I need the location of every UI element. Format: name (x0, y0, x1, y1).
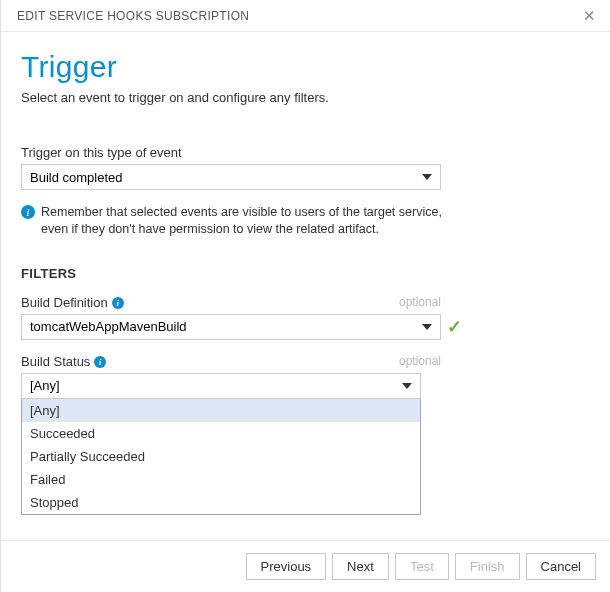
info-icon: i (21, 205, 35, 219)
previous-button[interactable]: Previous (246, 553, 327, 580)
build-status-options: [Any] Succeeded Partially Succeeded Fail… (21, 399, 421, 515)
info-text: Remember that selected events are visibl… (41, 204, 461, 238)
build-definition-value: tomcatWebAppMavenBuild (30, 319, 187, 334)
test-button: Test (395, 553, 449, 580)
event-type-dropdown[interactable]: Build completed (21, 164, 441, 190)
titlebar: EDIT SERVICE HOOKS SUBSCRIPTION ✕ (1, 0, 610, 32)
info-icon[interactable]: i (112, 297, 124, 309)
event-type-label-text: Trigger on this type of event (21, 145, 182, 160)
chevron-down-icon (402, 383, 412, 389)
filters-header: FILTERS (21, 266, 590, 281)
info-message: i Remember that selected events are visi… (21, 204, 461, 238)
dropdown-option-any[interactable]: [Any] (22, 399, 420, 422)
build-status-dropdown[interactable]: [Any] (21, 373, 421, 399)
finish-button: Finish (455, 553, 520, 580)
dropdown-option-succeeded[interactable]: Succeeded (22, 422, 420, 445)
dropdown-option-stopped[interactable]: Stopped (22, 491, 420, 514)
page-subtitle: Select an event to trigger on and config… (21, 90, 590, 105)
filter-build-definition: Build Definition i optional tomcatWebApp… (21, 295, 465, 340)
dropdown-option-failed[interactable]: Failed (22, 468, 420, 491)
cancel-button[interactable]: Cancel (526, 553, 596, 580)
build-status-label: Build Status (21, 354, 90, 369)
next-button[interactable]: Next (332, 553, 389, 580)
page-title: Trigger (21, 50, 590, 84)
info-icon[interactable]: i (94, 356, 106, 368)
check-icon: ✓ (447, 318, 462, 336)
dialog-title: EDIT SERVICE HOOKS SUBSCRIPTION (17, 9, 249, 23)
event-type-label: Trigger on this type of event (21, 145, 590, 160)
optional-label: optional (399, 295, 441, 309)
dropdown-option-partially-succeeded[interactable]: Partially Succeeded (22, 445, 420, 468)
content-area: Trigger Select an event to trigger on an… (1, 32, 610, 540)
build-definition-label: Build Definition (21, 295, 108, 310)
dialog: EDIT SERVICE HOOKS SUBSCRIPTION ✕ Trigge… (0, 0, 610, 592)
footer: Previous Next Test Finish Cancel (1, 540, 610, 592)
chevron-down-icon (422, 324, 432, 330)
filter-build-status: Build Status i optional [Any] [Any] Succ… (21, 354, 465, 515)
close-icon[interactable]: ✕ (579, 6, 600, 25)
event-type-value: Build completed (30, 170, 123, 185)
optional-label: optional (399, 354, 441, 368)
build-definition-dropdown[interactable]: tomcatWebAppMavenBuild (21, 314, 441, 340)
build-status-value: [Any] (30, 378, 60, 393)
chevron-down-icon (422, 174, 432, 180)
